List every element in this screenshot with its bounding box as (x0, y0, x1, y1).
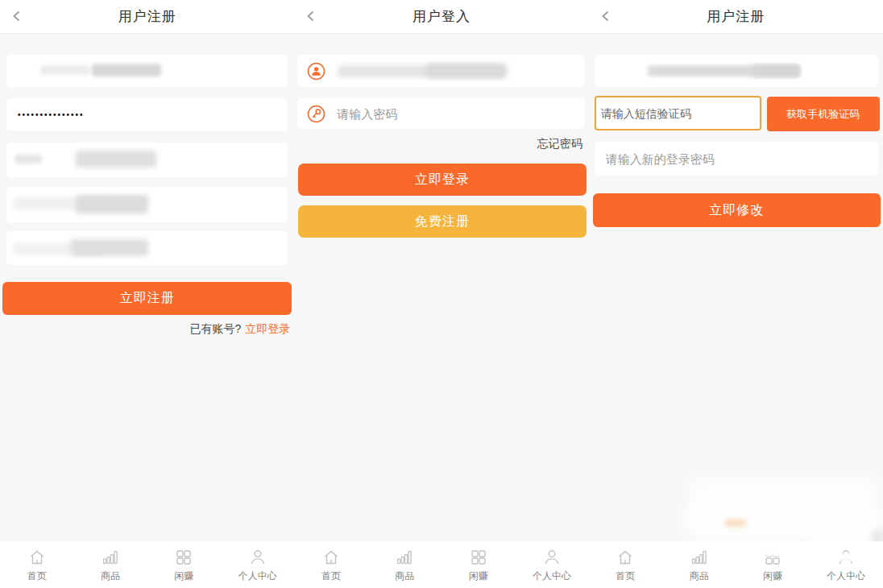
modify-button[interactable]: 立即修改 (593, 193, 881, 227)
login-link[interactable]: 立即登录 (245, 322, 290, 335)
redacted-text (76, 195, 148, 213)
login-username-field[interactable] (297, 55, 584, 87)
login-header: 用户登入 (294, 0, 588, 34)
tab-idle-earn[interactable]: 闲赚 (736, 541, 809, 588)
tab-label: 个人中心 (238, 569, 277, 583)
smudge (684, 496, 881, 540)
have-account-text: 已有账号? (190, 322, 242, 335)
tabbar-login-screen: 首页 商品 闲赚 个人中心 (294, 541, 588, 588)
user-icon (248, 548, 267, 567)
redacted-text (40, 65, 90, 75)
screens-row: 用户注册 立即注册 已有账号 (0, 0, 883, 541)
tab-products[interactable]: 商品 (73, 541, 147, 588)
tab-label: 首页 (27, 569, 47, 583)
grid-icon (174, 548, 193, 567)
tab-label: 闲赚 (174, 569, 193, 583)
tab-label: 闲赚 (763, 569, 782, 583)
grid-icon (469, 548, 488, 567)
sms-code-input[interactable] (596, 97, 760, 129)
sms-code-field[interactable] (595, 96, 761, 130)
tab-label: 闲赚 (469, 569, 488, 583)
reset-password-screen: 用户注册 获取手机验证码 立即修改 (589, 0, 883, 541)
page-title: 用户注册 (707, 7, 765, 26)
register-header: 用户注册 (0, 0, 294, 34)
home-icon (321, 548, 341, 567)
tabbar-reset-screen: 首页 商品 闲赚 个人中心 (589, 541, 883, 588)
register-screen: 用户注册 立即注册 已有账号 (0, 0, 294, 541)
tab-label: 商品 (395, 569, 414, 583)
tab-label: 个人中心 (533, 569, 571, 583)
register-password-field[interactable] (6, 98, 288, 131)
bar-chart-icon (101, 548, 120, 567)
user-icon (542, 548, 562, 567)
get-code-button[interactable]: 获取手机验证码 (767, 97, 880, 131)
user-circle-icon (307, 62, 325, 81)
login-screen: 用户登入 (294, 0, 588, 541)
tab-profile[interactable]: 个人中心 (221, 541, 294, 588)
tab-idle-earn[interactable]: 闲赚 (442, 541, 515, 588)
tab-label: 首页 (616, 569, 635, 583)
page-title: 用户注册 (118, 7, 176, 26)
redacted-text (752, 64, 799, 77)
tab-home[interactable]: 首页 (0, 541, 73, 588)
tab-profile[interactable]: 个人中心 (515, 541, 588, 588)
tabbar-register-screen: 首页 商品 闲赚 个人中心 (0, 541, 294, 588)
tab-products[interactable]: 商品 (368, 541, 442, 588)
register-username-field[interactable] (6, 55, 288, 87)
tab-label: 商品 (690, 569, 709, 583)
page-title: 用户登入 (412, 7, 471, 26)
reset-phone-field[interactable] (595, 55, 878, 87)
have-account-row: 已有账号?立即登录 (190, 322, 291, 337)
free-register-button[interactable]: 免费注册 (298, 205, 586, 238)
redacted-text (15, 155, 42, 164)
register-field-5[interactable] (6, 231, 288, 265)
tab-label: 商品 (101, 569, 120, 583)
smudge (690, 477, 879, 504)
home-icon (616, 548, 635, 567)
login-password-field[interactable] (297, 98, 584, 129)
tab-idle-earn[interactable]: 闲赚 (147, 541, 221, 588)
redacted-text (426, 64, 507, 78)
back-icon[interactable] (302, 7, 320, 25)
bar-chart-icon (690, 548, 709, 567)
home-icon (27, 548, 47, 567)
bar-chart-icon (395, 548, 414, 567)
new-password-input[interactable] (595, 142, 878, 176)
login-button[interactable]: 立即登录 (298, 164, 586, 196)
tab-label: 个人中心 (827, 569, 865, 583)
tab-label: 首页 (321, 569, 341, 583)
register-submit-button[interactable]: 立即注册 (2, 282, 292, 315)
redacted-text (92, 64, 161, 77)
register-field-3[interactable] (6, 143, 288, 177)
tab-home[interactable]: 首页 (294, 541, 367, 588)
reset-header: 用户注册 (589, 0, 883, 34)
new-password-field[interactable] (595, 142, 878, 176)
back-icon[interactable] (597, 7, 615, 25)
forgot-password-link[interactable]: 忘记密码 (537, 137, 582, 151)
register-field-4[interactable] (6, 187, 288, 222)
key-circle-icon (307, 105, 325, 123)
grid-icon (763, 548, 782, 567)
redacted-text (76, 151, 156, 168)
password-input[interactable] (325, 98, 584, 129)
tab-home[interactable]: 首页 (589, 541, 662, 588)
app: 用户注册 立即注册 已有账号 (0, 0, 883, 588)
redacted-text (71, 239, 148, 256)
tab-products[interactable]: 商品 (662, 541, 736, 588)
smudge (724, 520, 747, 527)
user-icon (836, 548, 856, 567)
back-icon[interactable] (8, 7, 26, 25)
password-input[interactable] (6, 98, 288, 131)
tabbar: 首页 商品 闲赚 个人中心 首页 商品 (0, 541, 883, 588)
tab-profile[interactable]: 个人中心 (810, 541, 883, 588)
